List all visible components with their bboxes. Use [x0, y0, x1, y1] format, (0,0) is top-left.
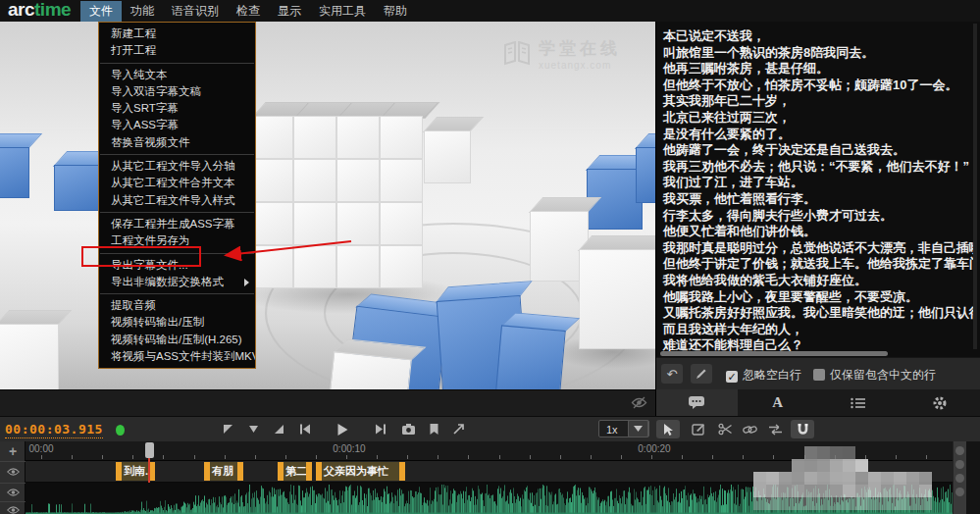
script-line[interactable]: 是没有什么要紧的了。	[663, 127, 974, 143]
script-text-area[interactable]: 本已说定不送我，叫旅馆里一个熟识的茶房8陪我同去。他再三嘱咐茶房，甚是仔细。但他…	[656, 22, 974, 351]
next-frame-icon[interactable]	[373, 422, 388, 437]
gear-icon	[932, 395, 948, 411]
menubar-item[interactable]: 显示	[269, 1, 310, 22]
bookmark-icon[interactable]	[426, 422, 441, 437]
subtitle-block-left-handle[interactable]	[204, 462, 210, 481]
script-line[interactable]: 行李太多，得向脚夫行些小费才可过去。	[663, 208, 974, 225]
menu-item[interactable]: 保存工程并生成ASS字幕	[99, 216, 255, 232]
subtitle-block-right-handle[interactable]	[306, 462, 312, 481]
menu-item[interactable]: 将视频与ASS文件封装到MKV	[99, 348, 255, 365]
timeline-zoom-button[interactable]	[955, 460, 964, 469]
script-line[interactable]: 本已说定不送我，	[663, 28, 974, 45]
script-line[interactable]: 我们过了江，进了车站。	[663, 175, 974, 191]
edit-button[interactable]	[691, 364, 712, 384]
menu-item[interactable]: 提取音频	[99, 297, 255, 314]
cut-tool-button[interactable]	[713, 420, 737, 438]
script-line[interactable]: 他嘱我路上小心，夜里要警醒些，不要受凉。	[663, 289, 974, 306]
menubar-item[interactable]: 实用工具	[310, 1, 375, 22]
script-panel-tabs: A	[656, 389, 980, 416]
timecode[interactable]: 00:00:03.915	[5, 422, 103, 438]
script-line[interactable]: 他便又忙着和他们讲价钱。	[663, 224, 974, 240]
video-cube	[579, 249, 655, 347]
subtitle-block-left-handle[interactable]	[278, 462, 284, 481]
subtitle-block-left-handle[interactable]	[116, 462, 122, 481]
script-line[interactable]: 但他终于不放心，怕茶房不妥帖；颇踌躇10了一会。	[663, 77, 974, 94]
snapshot-icon[interactable]	[400, 422, 416, 437]
magnet-tool-button[interactable]	[791, 420, 814, 438]
ruler-tick	[651, 455, 652, 459]
speech-bubble-icon	[688, 395, 705, 410]
script-line[interactable]: 难道还不能料理自己么？	[663, 337, 974, 351]
menu-item[interactable]: 导出非编数据交换格式	[99, 274, 255, 290]
set-end-icon[interactable]	[271, 422, 286, 437]
tab-style[interactable]: A	[738, 389, 819, 416]
menu-item[interactable]: 导入ASS字幕	[99, 117, 255, 133]
script-horizontal-scrollbar[interactable]	[660, 351, 888, 356]
timeline-zoom-button[interactable]	[955, 446, 964, 455]
prev-frame-icon[interactable]	[297, 422, 313, 437]
subtitle-block[interactable]: 父亲因为事忙	[316, 462, 405, 481]
menubar-item[interactable]: 文件	[80, 1, 122, 22]
ignore-blank-checkbox[interactable]: ✓忽略空白行	[726, 365, 801, 384]
tab-settings[interactable]	[900, 389, 980, 416]
menubar-item[interactable]: 检查	[228, 1, 269, 22]
select-tool-button[interactable]	[656, 420, 680, 438]
play-button[interactable]	[335, 422, 350, 437]
menu-item[interactable]: 新建工程	[99, 26, 255, 42]
swap-tool-button[interactable]	[763, 420, 787, 438]
edit-tool-button[interactable]	[687, 420, 710, 438]
script-line[interactable]: 我再三劝他不必去；他只说：“不要紧，他们去不好！”	[663, 159, 974, 176]
add-subtitle-icon[interactable]	[245, 422, 261, 437]
menubar-item[interactable]: 帮助	[375, 1, 416, 22]
menu-item[interactable]: 从其它工程文件导入样式	[99, 192, 255, 209]
script-line[interactable]: 而且我这样大年纪的人，	[663, 322, 974, 338]
jump-arrow-icon[interactable]	[451, 422, 467, 437]
ruler-tick	[438, 455, 438, 459]
subtitle-block[interactable]: 第二..	[278, 462, 312, 481]
script-line[interactable]: 他踌躇了一会，终于决定还是自己送我去。	[663, 142, 974, 159]
audio-track-visibility[interactable]	[0, 485, 26, 500]
preview-visibility-toggle[interactable]	[631, 396, 647, 409]
set-start-icon[interactable]	[220, 422, 235, 437]
speed-dropdown-arrow[interactable]	[628, 420, 648, 437]
playhead-handle[interactable]	[145, 442, 154, 458]
script-line[interactable]: 他再三嘱咐茶房，甚是仔细。	[663, 61, 974, 77]
script-line[interactable]: 但他终于讲定了价钱；就送我上车。他给我拣定了靠车门的一	[663, 256, 974, 273]
menu-item[interactable]: 打开工程	[99, 42, 255, 59]
add-track-button[interactable]: +	[0, 443, 26, 459]
track3-visibility[interactable]	[0, 503, 26, 514]
subtitle-block-right-handle[interactable]	[399, 462, 405, 481]
tab-subtitle-text[interactable]	[656, 389, 738, 416]
menu-item[interactable]: 导入双语字幕文稿	[99, 83, 255, 100]
menubar-item[interactable]: 语音识别	[163, 1, 228, 22]
script-line[interactable]: 我将他给我做的紫毛大衣铺好座位。	[663, 273, 974, 289]
menu-item[interactable]: 替换音视频文件	[99, 134, 255, 151]
menu-item[interactable]: 导入SRT字幕	[99, 100, 255, 117]
subtitle-block-left-handle[interactable]	[316, 462, 322, 481]
subtitle-block-right-handle[interactable]	[237, 462, 243, 481]
script-line[interactable]: 我那时真是聪明过分，总觉他说话不大漂亮，非自己插嘴不可	[663, 240, 974, 257]
menu-item[interactable]: 导入纯文本	[99, 67, 255, 83]
menubar-item[interactable]: 功能	[122, 1, 163, 22]
script-line[interactable]: 北京已来往过两三次，	[663, 110, 974, 127]
undo-button[interactable]: ↶	[661, 364, 683, 384]
script-line[interactable]: 又嘱托茶房好好照应我。我心里暗笑他的迂；他们只认得钱	[663, 305, 974, 322]
subtitle-block[interactable]: 有朋	[204, 462, 243, 481]
timeline-zoom-button[interactable]	[955, 488, 964, 496]
menu-item[interactable]: 从其它工程文件导入分轴	[99, 158, 255, 175]
script-vertical-scrollbar[interactable]	[973, 24, 977, 349]
script-line[interactable]: 其实我那年已二十岁，	[663, 93, 974, 110]
script-line[interactable]: 我买票，他忙着照看行李。	[663, 191, 974, 208]
tab-list[interactable]	[818, 389, 900, 416]
timeline-zoom-button[interactable]	[955, 474, 964, 483]
logo-arc: arc	[8, 0, 34, 20]
ruler-tick	[712, 455, 713, 459]
menu-item[interactable]: 视频转码输出/压制(H.265)	[99, 332, 255, 348]
subtitle-track-visibility[interactable]	[0, 463, 26, 481]
link-tool-button[interactable]	[738, 420, 761, 438]
timeline-zoom-controls	[953, 441, 966, 514]
script-line[interactable]: 叫旅馆里一个熟识的茶房8陪我同去。	[663, 45, 974, 62]
menu-item[interactable]: 从其它工程文件合并文本	[99, 175, 255, 191]
keep-chinese-checkbox[interactable]: 仅保留包含中文的行	[813, 365, 936, 384]
menu-item[interactable]: 视频转码输出/压制	[99, 314, 255, 331]
